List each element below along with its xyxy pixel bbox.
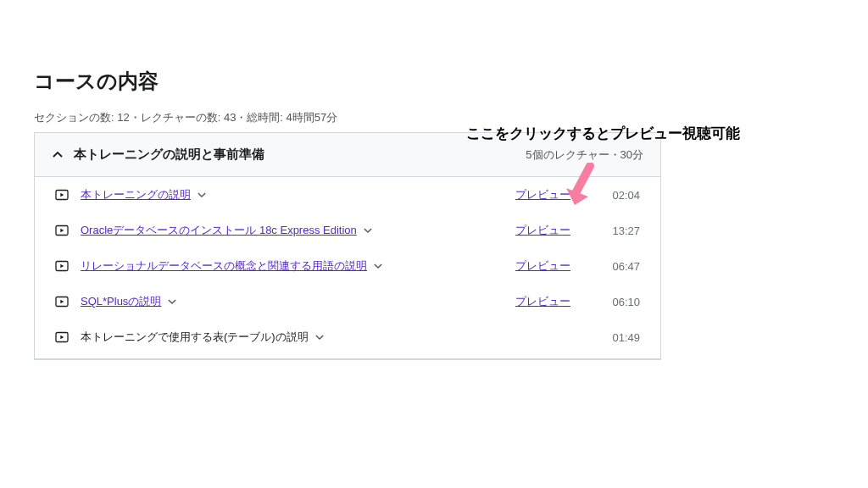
play-icon [55, 330, 69, 344]
lecture-row: 本トレーニングの説明 プレビュー 02:04 [35, 177, 660, 213]
lecture-row: Oracleデータベースのインストール 18c Express Edition … [35, 213, 660, 248]
lecture-row: SQL*Plusの説明 プレビュー 06:10 [35, 284, 660, 319]
lecture-duration: 06:47 [603, 260, 640, 273]
chevron-down-icon[interactable] [372, 260, 384, 272]
lecture-duration: 02:04 [603, 189, 640, 202]
page-title: コースの内容 [34, 68, 661, 95]
lecture-row: リレーショナルデータベースの概念と関連する用語の説明 プレビュー 06:47 [35, 248, 660, 284]
lecture-list: 本トレーニングの説明 プレビュー 02:04 Oracleデータベースのインスト… [35, 177, 660, 355]
chevron-down-icon[interactable] [314, 331, 326, 343]
preview-link[interactable]: プレビュー [509, 258, 570, 274]
chevron-down-icon[interactable] [166, 296, 178, 308]
lecture-duration: 01:49 [603, 331, 640, 344]
preview-link[interactable]: プレビュー [509, 187, 570, 202]
lecture-title-link[interactable]: Oracleデータベースのインストール 18c Express Edition [81, 223, 357, 238]
annotation-text: ここをクリックするとプレビュー視聴可能 [466, 124, 740, 143]
lecture-duration: 13:27 [603, 225, 640, 237]
section-divider [35, 358, 660, 359]
chevron-up-icon [52, 149, 64, 161]
play-icon [55, 295, 69, 308]
lecture-title-link[interactable]: リレーショナルデータベースの概念と関連する用語の説明 [81, 258, 367, 274]
lecture-row: 本トレーニングで使用する表(テーブル)の説明 プレビュー 01:49 [35, 319, 660, 355]
lecture-title: 本トレーニングで使用する表(テーブル)の説明 [81, 330, 309, 345]
preview-link[interactable]: プレビュー [509, 294, 570, 309]
play-icon [55, 259, 69, 273]
play-icon [55, 188, 69, 202]
section-box: 本トレーニングの説明と事前準備 5個のレクチャー・30分 本トレーニングの説明 … [34, 132, 661, 360]
play-icon [55, 224, 69, 237]
lecture-title-link[interactable]: 本トレーニングの説明 [81, 187, 191, 202]
lecture-title-link[interactable]: SQL*Plusの説明 [81, 294, 161, 309]
chevron-down-icon[interactable] [362, 225, 374, 236]
section-title: 本トレーニングの説明と事前準備 [74, 147, 526, 163]
chevron-down-icon[interactable] [196, 189, 208, 201]
lecture-duration: 06:10 [603, 296, 640, 308]
section-meta: 5個のレクチャー・30分 [526, 147, 643, 163]
preview-link[interactable]: プレビュー [509, 223, 570, 238]
